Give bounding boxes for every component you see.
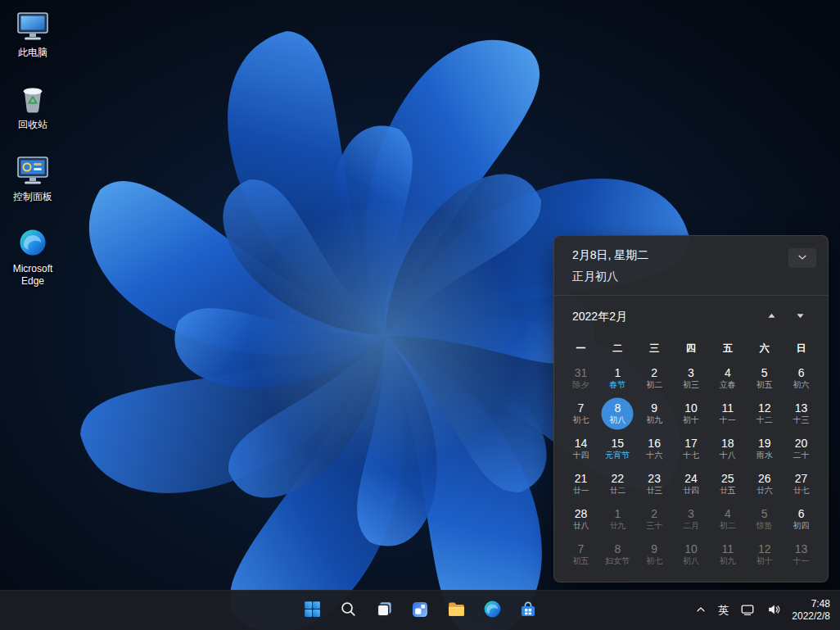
day-number: 9: [651, 542, 657, 556]
calendar-day-cell[interactable]: 7 初七: [562, 396, 599, 431]
calendar-day-cell[interactable]: 22 廿二: [599, 466, 636, 501]
calendar-day-cell[interactable]: 23 廿三: [636, 466, 673, 501]
calendar-day-cell[interactable]: 13 十三: [783, 396, 820, 431]
network-button[interactable]: [734, 594, 761, 627]
calendar-day-cell[interactable]: 17 十七: [673, 431, 710, 466]
calendar-day-cell[interactable]: 12 十二: [746, 396, 783, 431]
calendar-day-cell[interactable]: 26 廿六: [746, 466, 783, 501]
desktop-icon-recycle-bin[interactable]: 回收站: [1, 79, 65, 133]
day-number: 4: [725, 507, 731, 521]
calendar-day-cell[interactable]: 2 三十: [636, 501, 673, 537]
calendar-day-cell[interactable]: 3 二月: [673, 501, 710, 537]
calendar-day-cell[interactable]: 28 廿八: [562, 501, 599, 537]
calendar-day-cell[interactable]: 6 初六: [783, 360, 820, 396]
control-panel-icon: [15, 152, 51, 188]
volume-icon: [766, 602, 781, 619]
edge-icon: [482, 599, 503, 622]
start-button[interactable]: [296, 594, 328, 627]
calendar-day-cell[interactable]: 31 除夕: [562, 360, 599, 396]
day-number: 24: [684, 472, 698, 486]
calendar-day-cell[interactable]: 5 惊蛰: [746, 501, 783, 537]
day-lunar-label: 十二: [756, 415, 773, 425]
calendar-next-month-button[interactable]: [793, 307, 808, 326]
calendar-day-cell[interactable]: 19 雨水: [746, 431, 783, 466]
day-number: 26: [758, 472, 771, 486]
day-number: 25: [721, 472, 734, 486]
calendar-day-cell[interactable]: 18 十八: [709, 431, 746, 466]
calendar-day-cell[interactable]: 16 十六: [636, 431, 673, 466]
calendar-day-cell[interactable]: 9 初九: [636, 396, 673, 431]
calendar-day-cell[interactable]: 20 二十: [783, 431, 820, 466]
day-lunar-label: 三十: [646, 521, 662, 531]
day-lunar-label: 初七: [572, 415, 589, 425]
taskbar-center-icons: [296, 591, 544, 630]
calendar-day-cell[interactable]: 1 春节: [599, 360, 636, 396]
volume-button[interactable]: [761, 594, 787, 627]
calendar-day-cell[interactable]: 27 廿七: [783, 466, 820, 501]
widgets-button[interactable]: [404, 594, 436, 627]
calendar-day-cell[interactable]: 25 廿五: [709, 466, 746, 501]
day-number: 28: [575, 507, 588, 521]
tray-expand-button[interactable]: [689, 594, 712, 627]
calendar-month-label[interactable]: 2022年2月: [572, 310, 627, 324]
day-lunar-label: 元宵节: [605, 451, 630, 460]
calendar-day-cell[interactable]: 11 初九: [709, 537, 746, 572]
day-lunar-label: 立春: [720, 380, 736, 390]
day-lunar-label: 廿九: [609, 521, 625, 531]
clock-date: 2022/2/8: [792, 610, 830, 623]
calendar-day-cell[interactable]: 5 初五: [746, 360, 783, 396]
calendar-day-cell[interactable]: 15 元宵节: [599, 431, 636, 466]
desktop-icon-control-panel[interactable]: 控制面板: [1, 151, 65, 205]
calendar-day-cell[interactable]: 3 初三: [673, 360, 710, 396]
clock-button[interactable]: 7:48 2022/2/8: [787, 594, 838, 627]
day-lunar-label: 廿六: [756, 486, 773, 496]
calendar-flyout: 2月8日, 星期二 正月初八 2022年2月 一: [553, 235, 829, 582]
calendar-day-cell[interactable]: 4 初二: [709, 501, 746, 537]
day-number: 15: [611, 437, 624, 451]
chevron-down-icon: [797, 252, 808, 265]
day-lunar-label: 廿一: [572, 486, 589, 496]
day-number: 21: [575, 472, 588, 486]
calendar-day-cell[interactable]: 9 初七: [636, 537, 673, 572]
calendar-date-heading: 2月8日, 星期二: [572, 248, 648, 263]
day-lunar-label: 十三: [793, 415, 810, 425]
day-number: 7: [578, 401, 585, 415]
calendar-day-cell[interactable]: 21 廿一: [562, 466, 599, 501]
day-lunar-label: 廿四: [683, 486, 699, 496]
calendar-day-cell[interactable]: 7 初五: [562, 537, 599, 572]
day-lunar-label: 十四: [572, 451, 589, 460]
day-number: 7: [578, 542, 585, 556]
task-view-button[interactable]: [368, 594, 400, 627]
calendar-day-cell[interactable]: 13 十一: [783, 537, 820, 572]
calendar-day-cell[interactable]: 24 廿四: [673, 466, 710, 501]
calendar-day-cell[interactable]: 10 初八: [673, 537, 710, 572]
widgets-icon: [410, 600, 430, 622]
search-button[interactable]: [332, 594, 364, 627]
ime-indicator-button[interactable]: 英: [712, 594, 734, 627]
file-explorer-button[interactable]: [440, 594, 472, 627]
day-number: 3: [688, 507, 694, 521]
network-icon: [740, 602, 755, 619]
store-button[interactable]: [512, 594, 544, 627]
calendar-day-cell[interactable]: 12 初十: [746, 537, 783, 572]
desktop-icon-edge[interactable]: Microsoft Edge: [1, 223, 65, 289]
day-number: 11: [722, 542, 734, 556]
day-number: 20: [795, 437, 808, 451]
calendar-prev-month-button[interactable]: [764, 307, 779, 326]
calendar-day-cell[interactable]: 2 初二: [636, 360, 673, 396]
calendar-day-cell[interactable]: 4 立春: [709, 360, 746, 396]
calendar-collapse-button[interactable]: [788, 248, 816, 268]
calendar-day-cell[interactable]: 6 初四: [783, 501, 820, 537]
calendar-day-cell[interactable]: 8 妇女节: [599, 537, 636, 572]
calendar-day-cell[interactable]: 11 十一: [709, 396, 746, 431]
day-number: 13: [795, 401, 808, 415]
day-number: 14: [575, 437, 588, 451]
calendar-day-cell[interactable]: 8 初八: [599, 396, 636, 431]
calendar-day-cell[interactable]: 14 十四: [562, 431, 599, 466]
folder-icon: [446, 599, 467, 622]
edge-button[interactable]: [476, 594, 508, 627]
desktop-icon-this-pc[interactable]: 此电脑: [1, 7, 65, 61]
calendar-day-cell[interactable]: 10 初十: [673, 396, 710, 431]
calendar-day-cell[interactable]: 1 廿九: [599, 501, 636, 537]
day-lunar-label: 初五: [756, 380, 773, 390]
